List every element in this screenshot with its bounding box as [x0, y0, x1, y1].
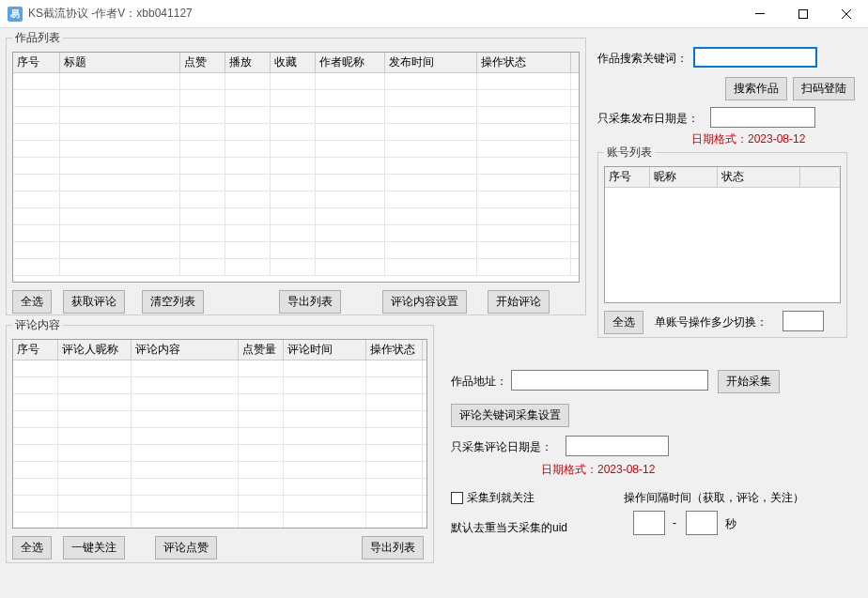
works-group: 作品列表 序号 标题 点赞 播放 收藏 作者昵称 发布时间 操作状态 全选 获取… — [6, 38, 586, 315]
ccol-content[interactable]: 评论内容 — [132, 340, 239, 360]
search-label: 作品搜索关键词： — [597, 51, 688, 67]
one-click-follow-button[interactable]: 一键关注 — [63, 536, 125, 560]
works-select-all-button[interactable]: 全选 — [12, 290, 52, 314]
scan-login-button[interactable]: 扫码登陆 — [793, 77, 855, 100]
default-dedup-hint: 默认去重当天采集的uid — [451, 520, 567, 536]
interval-max-input[interactable] — [686, 511, 718, 535]
works-group-title: 作品列表 — [12, 30, 63, 46]
pub-date-input[interactable] — [710, 107, 815, 128]
ccol-time[interactable]: 评论时间 — [284, 340, 366, 360]
search-works-button[interactable]: 搜索作品 — [725, 77, 787, 100]
follow-on-collect-checkbox[interactable]: 采集到就关注 — [451, 490, 535, 506]
titlebar: 易 KS截流协议 -作者V：xbb041127 — [0, 0, 868, 28]
comments-group-title: 评论内容 — [12, 317, 63, 333]
comment-kw-settings-button[interactable]: 评论关键词采集设置 — [451, 404, 569, 427]
comment-date-hint: 日期格式：2023-08-12 — [541, 462, 655, 478]
works-table[interactable]: 序号 标题 点赞 播放 收藏 作者昵称 发布时间 操作状态 — [12, 52, 580, 283]
col-author[interactable]: 作者昵称 — [316, 53, 385, 72]
interval-sep: - — [673, 516, 676, 529]
svg-rect-0 — [755, 13, 765, 14]
ccol-like[interactable]: 点赞量 — [239, 340, 284, 360]
start-comment-button[interactable]: 开始评论 — [488, 290, 550, 314]
col-like[interactable]: 点赞 — [180, 53, 225, 72]
comment-like-button[interactable]: 评论点赞 — [155, 536, 217, 560]
work-url-label: 作品地址： — [451, 374, 507, 390]
follow-on-collect-label: 采集到就关注 — [467, 490, 535, 506]
comments-group: 评论内容 序号 评论人昵称 评论内容 点赞量 评论时间 操作状态 全选 一键关注… — [6, 325, 434, 563]
app-icon: 易 — [8, 7, 23, 22]
ccol-seq[interactable]: 序号 — [13, 340, 58, 360]
comment-date-label: 只采集评论日期是： — [451, 439, 552, 455]
works-table-header: 序号 标题 点赞 播放 收藏 作者昵称 发布时间 操作状态 — [13, 53, 579, 73]
pub-date-label: 只采集发布日期是： — [597, 111, 699, 127]
col-fav[interactable]: 收藏 — [271, 53, 316, 72]
acol-nick[interactable]: 昵称 — [650, 167, 718, 187]
interval-unit: 秒 — [725, 516, 736, 532]
comments-table[interactable]: 序号 评论人昵称 评论内容 点赞量 评论时间 操作状态 — [12, 339, 427, 529]
get-comments-button[interactable]: 获取评论 — [63, 290, 125, 314]
minimize-button[interactable] — [738, 0, 782, 28]
close-button[interactable] — [825, 0, 868, 28]
maximize-button[interactable] — [782, 0, 825, 28]
accounts-select-all-button[interactable]: 全选 — [604, 311, 643, 334]
acol-seq[interactable]: 序号 — [605, 167, 650, 187]
checkbox-icon — [451, 492, 463, 504]
single-acct-switch-input[interactable] — [783, 311, 824, 331]
col-pubtime[interactable]: 发布时间 — [385, 53, 477, 72]
accounts-group: 账号列表 序号 昵称 状态 全选 单账号操作多少切换： — [597, 152, 847, 338]
pub-date-hint: 日期格式：2023-08-12 — [691, 131, 805, 147]
search-input[interactable] — [693, 47, 817, 68]
col-seq[interactable]: 序号 — [13, 53, 60, 72]
single-acct-switch-label: 单账号操作多少切换： — [655, 314, 767, 330]
interval-min-input[interactable] — [633, 511, 665, 535]
comments-select-all-button[interactable]: 全选 — [12, 536, 52, 560]
acol-status[interactable]: 状态 — [718, 167, 800, 187]
accounts-table[interactable]: 序号 昵称 状态 — [604, 166, 841, 303]
col-status[interactable]: 操作状态 — [477, 53, 571, 72]
col-play[interactable]: 播放 — [225, 53, 271, 72]
ccol-nick[interactable]: 评论人昵称 — [58, 340, 132, 360]
start-collect-button[interactable]: 开始采集 — [718, 370, 780, 393]
comment-date-input[interactable] — [566, 436, 669, 456]
comment-content-settings-button[interactable]: 评论内容设置 — [382, 290, 467, 314]
clear-list-button[interactable]: 清空列表 — [142, 290, 204, 314]
col-title[interactable]: 标题 — [60, 53, 180, 72]
interval-label: 操作间隔时间（获取，评论，关注） — [624, 490, 804, 506]
accounts-group-title: 账号列表 — [604, 145, 655, 161]
export-comments-button[interactable]: 导出列表 — [362, 536, 424, 560]
window-title: KS截流协议 -作者V：xbb041127 — [28, 6, 738, 22]
comments-table-header: 序号 评论人昵称 评论内容 点赞量 评论时间 操作状态 — [13, 340, 426, 360]
ccol-status[interactable]: 操作状态 — [366, 340, 423, 360]
svg-rect-1 — [799, 9, 808, 18]
export-works-button[interactable]: 导出列表 — [279, 290, 341, 314]
accounts-table-header: 序号 昵称 状态 — [605, 167, 840, 188]
work-url-input[interactable] — [511, 370, 708, 391]
